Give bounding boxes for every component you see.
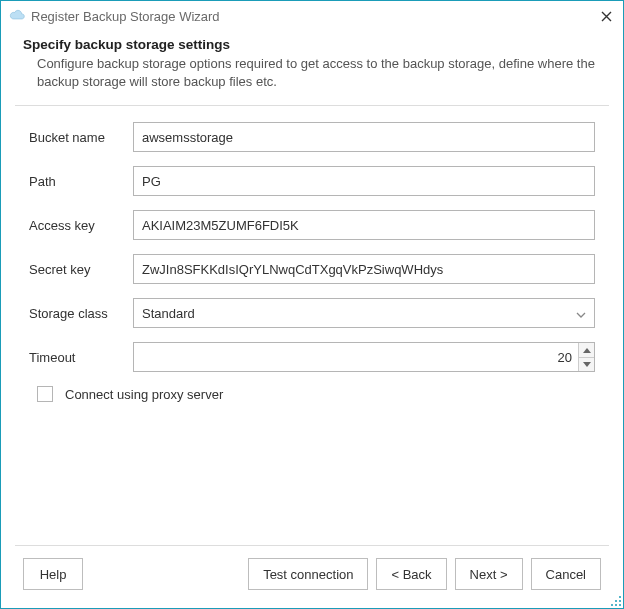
storage-class-label: Storage class bbox=[29, 306, 133, 321]
timeout-down-button[interactable] bbox=[579, 358, 594, 372]
storage-class-select[interactable]: Standard bbox=[133, 298, 595, 328]
path-label: Path bbox=[29, 174, 133, 189]
page-title: Specify backup storage settings bbox=[23, 37, 601, 52]
cloud-icon bbox=[9, 8, 25, 24]
bucket-name-input[interactable] bbox=[133, 122, 595, 152]
proxy-checkbox[interactable] bbox=[37, 386, 53, 402]
wizard-window: Register Backup Storage Wizard Specify b… bbox=[0, 0, 624, 609]
access-key-label: Access key bbox=[29, 218, 133, 233]
svg-point-2 bbox=[619, 600, 621, 602]
bucket-name-label: Bucket name bbox=[29, 130, 133, 145]
timeout-label: Timeout bbox=[29, 350, 133, 365]
svg-point-0 bbox=[619, 596, 621, 598]
path-input[interactable] bbox=[133, 166, 595, 196]
svg-point-4 bbox=[615, 604, 617, 606]
footer: Help Test connection < Back Next > Cance… bbox=[1, 546, 623, 608]
cancel-button[interactable]: Cancel bbox=[531, 558, 601, 590]
timeout-stepper bbox=[133, 342, 595, 372]
secret-key-label: Secret key bbox=[29, 262, 133, 277]
chevron-down-icon bbox=[576, 306, 586, 321]
page-description: Configure backup storage options require… bbox=[23, 55, 601, 91]
storage-class-value: Standard bbox=[142, 306, 195, 321]
timeout-input[interactable] bbox=[134, 343, 578, 371]
svg-point-3 bbox=[611, 604, 613, 606]
svg-point-5 bbox=[619, 604, 621, 606]
window-title: Register Backup Storage Wizard bbox=[31, 9, 597, 24]
proxy-checkbox-label: Connect using proxy server bbox=[65, 387, 223, 402]
secret-key-input[interactable] bbox=[133, 254, 595, 284]
access-key-input[interactable] bbox=[133, 210, 595, 240]
next-button[interactable]: Next > bbox=[455, 558, 523, 590]
close-icon[interactable] bbox=[597, 7, 615, 25]
form: Bucket name Path Access key Secret key S… bbox=[1, 106, 623, 402]
test-connection-button[interactable]: Test connection bbox=[248, 558, 368, 590]
back-button[interactable]: < Back bbox=[376, 558, 446, 590]
svg-point-1 bbox=[615, 600, 617, 602]
timeout-up-button[interactable] bbox=[579, 343, 594, 358]
help-button[interactable]: Help bbox=[23, 558, 83, 590]
titlebar: Register Backup Storage Wizard bbox=[1, 1, 623, 31]
resize-grip-icon[interactable] bbox=[610, 595, 622, 607]
header: Specify backup storage settings Configur… bbox=[1, 31, 623, 105]
